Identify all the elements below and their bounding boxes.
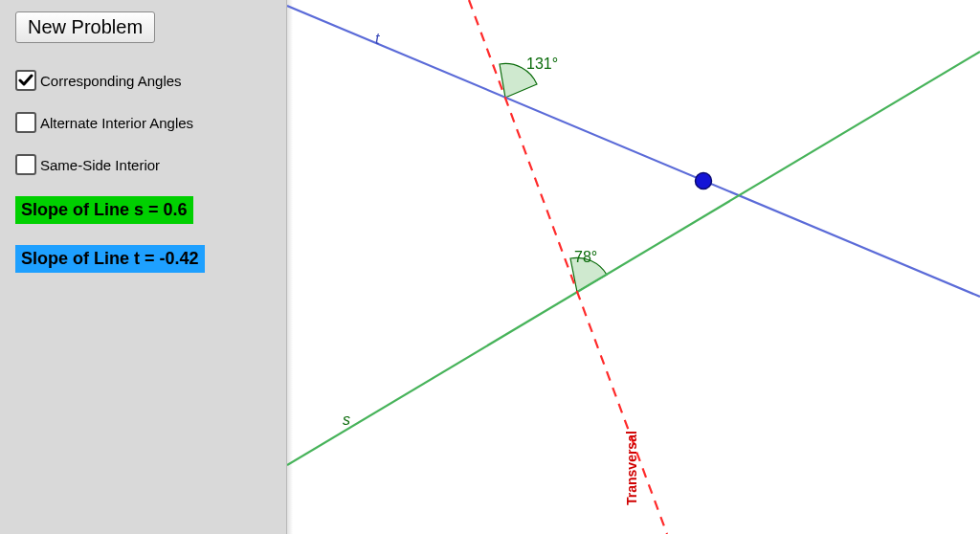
drag-point-on-t[interactable] (696, 173, 712, 189)
checkbox-same-side-interior[interactable] (15, 154, 36, 175)
control-panel: New Problem Corresponding Angles Alterna… (0, 0, 287, 534)
check-icon (18, 73, 33, 88)
check-row-alternate-interior: Alternate Interior Angles (15, 112, 271, 133)
angle-label-top: 131° (526, 56, 558, 73)
line-s[interactable] (287, 52, 980, 465)
slope-s-badge: Slope of Line s = 0.6 (15, 196, 193, 224)
checkbox-label: Alternate Interior Angles (40, 115, 193, 131)
line-s-label: s (343, 412, 350, 429)
check-row-corresponding: Corresponding Angles (15, 70, 271, 91)
checkbox-label: Corresponding Angles (40, 73, 182, 89)
line-t-label: t (375, 31, 379, 48)
checkbox-alternate-interior[interactable] (15, 112, 36, 133)
checkbox-label: Same-Side Interior (40, 157, 160, 173)
angle-label-bottom: 78° (574, 249, 597, 266)
transversal-label: Transversal (624, 431, 639, 505)
new-problem-button[interactable]: New Problem (15, 11, 155, 43)
check-row-same-side-interior: Same-Side Interior (15, 154, 271, 175)
slope-t-badge: Slope of Line t = -0.42 (15, 245, 205, 273)
line-t[interactable] (287, 6, 980, 297)
geometry-canvas[interactable]: t s 131° 78° Transversal (287, 0, 980, 534)
checkbox-corresponding[interactable] (15, 70, 36, 91)
